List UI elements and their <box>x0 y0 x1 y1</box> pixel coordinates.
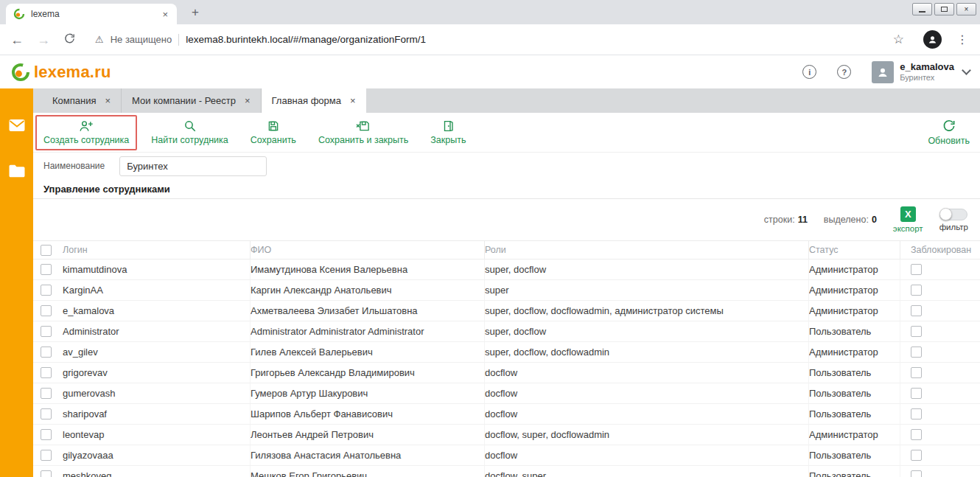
chevron-down-icon[interactable] <box>962 66 971 75</box>
lexema-logo[interactable]: lexema.ru <box>10 62 111 83</box>
url-text[interactable]: lexema8.burintekh.local/#/manage/organiz… <box>186 34 886 45</box>
column-header-status[interactable]: Статус <box>809 241 900 259</box>
cell-fio: Мешков Егор Григорьевич <box>251 466 485 477</box>
row-blocked-checkbox[interactable] <box>911 264 922 275</box>
cell-fio: Гумеров Артур Шакурович <box>251 383 485 403</box>
table-row[interactable]: kimamutdinovaИмамутдинова Ксения Валерье… <box>33 260 980 280</box>
table-row[interactable]: leontevapЛеонтьев Андрей Петровичdocflow… <box>33 425 980 445</box>
browser-profile-icon[interactable] <box>923 30 942 49</box>
table-row[interactable]: gumerovashГумеров Артур Шакуровичdocflow… <box>33 383 980 404</box>
filter-toggle[interactable] <box>939 209 967 220</box>
sidebar-folder-icon[interactable] <box>8 164 26 181</box>
row-checkbox[interactable] <box>41 305 52 316</box>
new-tab-button[interactable]: + <box>187 4 203 21</box>
refresh-button[interactable]: Обновить <box>928 119 970 146</box>
save-and-close-button[interactable]: Сохранить и закрыть <box>318 119 408 145</box>
row-blocked-checkbox[interactable] <box>911 347 922 358</box>
cell-status: Администратор <box>809 301 900 321</box>
cell-status: Пользователь <box>809 383 900 403</box>
table-row[interactable]: AdministratorAdministrator Administrator… <box>33 321 980 342</box>
cell-status: Администратор <box>809 425 900 445</box>
row-checkbox[interactable] <box>41 326 52 337</box>
omnibox[interactable]: ⚠ Не защищено lexema8.burintekh.local/#/… <box>89 29 910 51</box>
table-row[interactable]: av_gilevГилев Алексей Валерьевичsuper, d… <box>33 342 980 363</box>
table-row[interactable]: e_kamalovaАхметвалеева Элизабет Ильшатов… <box>33 301 980 321</box>
user-menu[interactable]: e_kamalova Буринтех <box>872 61 970 83</box>
browser-tab[interactable]: lexema × <box>6 4 177 24</box>
save-and-close-label: Сохранить и закрыть <box>318 135 408 145</box>
lexema-favicon-icon <box>13 8 25 20</box>
column-header-roles[interactable]: Роли <box>485 241 809 259</box>
reload-icon[interactable] <box>63 32 76 47</box>
security-label[interactable]: Не защищено <box>111 34 172 45</box>
back-icon[interactable]: ← <box>10 33 24 46</box>
info-icon[interactable]: i <box>802 65 816 79</box>
forward-icon[interactable]: → <box>37 33 50 46</box>
row-checkbox[interactable] <box>41 429 52 440</box>
column-header-fio[interactable]: ФИО <box>251 241 485 259</box>
find-employee-button[interactable]: Найти сотрудника <box>151 119 228 145</box>
sidebar-mail-icon[interactable] <box>8 118 26 136</box>
window-titlebar: lexema × + × <box>0 0 980 24</box>
bookmark-star-icon[interactable]: ☆ <box>893 32 904 47</box>
filter-toggle-group[interactable]: фильтр <box>939 209 968 231</box>
door-close-icon <box>441 119 455 133</box>
window-close-button[interactable]: × <box>956 3 976 15</box>
column-header-blocked[interactable]: Заблокирован <box>900 241 980 259</box>
tab-close-icon[interactable]: × <box>350 95 356 106</box>
tab-close-icon[interactable]: × <box>161 9 169 20</box>
row-blocked-checkbox[interactable] <box>911 305 922 316</box>
not-secure-warning-icon[interactable]: ⚠ <box>95 34 104 45</box>
row-checkbox[interactable] <box>41 388 52 399</box>
cell-roles: docflow <box>485 404 809 424</box>
tab-close-icon[interactable]: × <box>105 95 111 106</box>
cell-roles: super, docflow <box>485 321 809 341</box>
refresh-icon <box>942 119 956 133</box>
row-blocked-checkbox[interactable] <box>911 326 922 337</box>
table-row[interactable]: grigorevavГригорьев Александр Владимиров… <box>33 363 980 383</box>
cell-roles: super, docflow, docflowadmin <box>485 342 809 362</box>
create-employee-label: Создать сотрудника <box>43 135 129 145</box>
row-blocked-checkbox[interactable] <box>911 450 922 461</box>
row-blocked-checkbox[interactable] <box>911 367 922 378</box>
row-checkbox[interactable] <box>41 470 52 477</box>
row-checkbox[interactable] <box>41 367 52 378</box>
select-all-checkbox[interactable] <box>41 245 52 256</box>
table-row[interactable]: KarginAAКаргин Александр Анатольевичsupe… <box>33 280 980 301</box>
tab-my-companies-registry[interactable]: Мои компании - Реестр × <box>122 88 261 113</box>
save-label: Сохранить <box>251 135 296 145</box>
cell-fio: Ахметвалеева Элизабет Ильшатовна <box>251 301 485 321</box>
minimize-button[interactable] <box>912 3 932 15</box>
row-blocked-checkbox[interactable] <box>911 429 922 440</box>
tab-main-form[interactable]: Главная форма × <box>262 88 366 113</box>
maximize-button[interactable] <box>934 3 954 15</box>
table-row[interactable]: meshkovegМешков Егор Григорьевичdocflow,… <box>33 466 980 477</box>
row-blocked-checkbox[interactable] <box>911 408 922 419</box>
content: Компания × Мои компании - Реестр × Главн… <box>33 88 980 477</box>
table-row[interactable]: sharipovafШарипов Альберт Фанависовичdoc… <box>33 404 980 425</box>
close-button[interactable]: Закрыть <box>430 119 466 145</box>
help-icon[interactable]: ? <box>837 65 851 79</box>
row-blocked-checkbox[interactable] <box>911 285 922 296</box>
column-header-login[interactable]: Логин <box>63 241 251 259</box>
cell-login: leontevap <box>63 425 251 445</box>
export-button[interactable]: X экспорт <box>893 206 923 233</box>
row-checkbox[interactable] <box>41 408 52 419</box>
export-label: экспорт <box>893 224 923 233</box>
row-checkbox[interactable] <box>41 264 52 275</box>
save-button[interactable]: Сохранить <box>251 119 296 145</box>
app-header: lexema.ru i ? e_kamalova Буринтех <box>0 55 980 88</box>
row-checkbox[interactable] <box>41 285 52 296</box>
tab-close-icon[interactable]: × <box>245 95 251 106</box>
row-checkbox[interactable] <box>41 347 52 358</box>
name-field-input[interactable] <box>119 156 267 176</box>
row-checkbox[interactable] <box>41 450 52 461</box>
excel-export-icon[interactable]: X <box>900 206 916 222</box>
create-employee-button[interactable]: Создать сотрудника <box>35 115 137 150</box>
table-row[interactable]: gilyazovaaaГилязова Анастасия Анатольевн… <box>33 445 980 466</box>
row-blocked-checkbox[interactable] <box>911 388 922 399</box>
tab-company[interactable]: Компания × <box>42 88 122 113</box>
browser-menu-icon[interactable]: ⋮ <box>955 32 970 46</box>
cell-fio: Administrator Administrator Administrato… <box>251 321 485 341</box>
row-blocked-checkbox[interactable] <box>911 470 922 477</box>
